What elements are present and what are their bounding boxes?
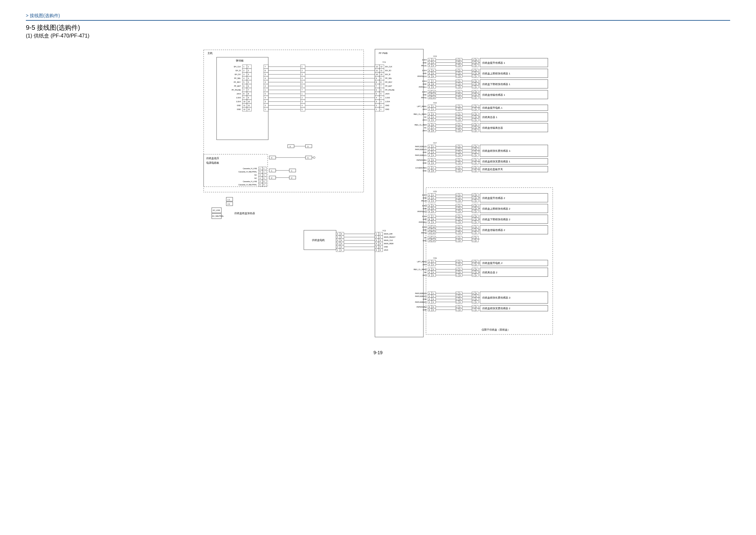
svg-text:5: 5	[433, 159, 434, 161]
svg-text:5: 5	[265, 73, 266, 75]
svg-text:1: 1	[476, 200, 477, 202]
svg-text:PFFS1: PFFS1	[421, 97, 426, 99]
svg-text:5: 5	[341, 236, 342, 238]
svg-text:2: 2	[472, 167, 473, 169]
svg-text:2: 2	[456, 197, 457, 199]
svg-text:LIFT_REM2: LIFT_REM2	[417, 261, 427, 263]
svg-text:8: 8	[433, 83, 434, 85]
svg-text:3: 3	[472, 124, 473, 126]
svg-text:1: 1	[460, 268, 461, 270]
double-cassette-note: 仅限于供纸盒（双纸盒）	[482, 328, 510, 331]
svg-text:11: 11	[248, 104, 250, 106]
svg-text:2: 2	[460, 62, 461, 64]
svg-text:5: 5	[302, 108, 303, 110]
svg-text:1: 1	[476, 154, 477, 156]
svg-text:7: 7	[429, 127, 430, 129]
svg-text:11: 11	[429, 94, 431, 96]
svg-text:2: 2	[456, 208, 457, 210]
svg-text:3: 3	[476, 70, 477, 71]
svg-text:3: 3	[460, 211, 461, 212]
svg-text:1: 1	[460, 215, 461, 217]
svg-text:供纸盒传输传感器 1: 供纸盒传输传感器 1	[482, 94, 505, 97]
svg-text:PAPLSIZE2(3): PAPLSIZE2(3)	[415, 293, 427, 294]
psu-label1: 供纸盒低压	[206, 157, 219, 160]
svg-text:5: 5	[433, 306, 434, 308]
svg-text:2: 2	[433, 197, 434, 199]
svg-text:GND: GND	[422, 298, 426, 300]
svg-text:3: 3	[302, 73, 303, 75]
svg-text:2: 2	[476, 127, 477, 129]
svg-text:EH_CLK: EH_CLK	[234, 66, 241, 68]
svg-text:2: 2	[456, 218, 457, 220]
svg-text:PF_SEL: PF_SEL	[234, 77, 240, 79]
svg-text:8: 8	[429, 218, 430, 220]
svg-text:3: 3	[472, 113, 473, 115]
svg-text:3: 3	[460, 75, 461, 77]
svg-text:1: 1	[433, 59, 434, 61]
svg-text:2: 2	[265, 104, 266, 106]
svg-text:供纸盒纸张长度传感器 1:: 供纸盒纸张长度传感器 1:	[482, 150, 511, 152]
svg-text:2: 2	[456, 62, 457, 64]
svg-text:GND: GND	[384, 246, 388, 248]
svg-text:2: 2	[472, 72, 473, 74]
ac-live-label: AC_LIVE	[213, 209, 220, 211]
svg-text:6: 6	[376, 249, 377, 251]
svg-text:供纸盒提升传感器 2: 供纸盒提升传感器 2	[482, 197, 505, 200]
svg-text:4: 4	[337, 239, 338, 241]
svg-text:4: 4	[265, 97, 266, 99]
svg-text:1: 1	[429, 293, 430, 294]
svg-text:1: 1	[456, 232, 457, 234]
svg-text:2: 2	[456, 83, 457, 85]
svg-text:REG_CL_REM: REG_CL_REM	[414, 124, 427, 126]
page-number: 9-19	[26, 350, 730, 355]
svg-text:1: 1	[472, 240, 473, 241]
svg-text:1: 1	[263, 168, 264, 169]
svg-text:5: 5	[429, 72, 430, 74]
svg-text:4: 4	[433, 154, 434, 156]
svg-text:PF_RDY: PF_RDY	[234, 81, 241, 83]
svg-text:供纸离合器 2: 供纸离合器 2	[482, 271, 498, 274]
svg-text:2: 2	[460, 229, 461, 231]
svg-text:6: 6	[433, 162, 434, 164]
svg-text:2: 2	[456, 298, 457, 300]
svg-text:7: 7	[380, 85, 381, 87]
svg-text:2  2: 2 2	[228, 203, 230, 205]
svg-text:1: 1	[472, 97, 473, 99]
svg-text:3: 3	[456, 268, 457, 270]
svg-text:REG_CL_REM1: REG_CL_REM1	[413, 113, 426, 115]
svg-text:6: 6	[429, 75, 430, 77]
svg-text:9: 9	[433, 86, 434, 88]
svg-text:2: 2	[476, 167, 477, 169]
svg-text:11: 11	[433, 229, 435, 231]
svg-text:12: 12	[243, 108, 245, 110]
svg-text:4: 4	[476, 293, 477, 294]
svg-text:供纸盒上部纸张传感器 1: 供纸盒上部纸张传感器 1	[482, 72, 510, 75]
svg-text:PF_SEL: PF_SEL	[385, 77, 392, 79]
svg-text:3: 3	[476, 268, 477, 270]
svg-text:4: 4	[380, 97, 381, 99]
mid-connectors: 123456712345	[268, 65, 375, 111]
svg-text:2: 2	[271, 177, 272, 179]
svg-text:1: 1	[456, 211, 457, 212]
svg-text:GND: GND	[422, 152, 426, 153]
svg-text:1: 1	[380, 108, 381, 110]
svg-text:MAIN_DIR: MAIN_DIR	[384, 233, 392, 235]
svg-text:3: 3	[380, 100, 381, 102]
svg-text:PF_PAUSE: PF_PAUSE	[231, 89, 241, 91]
svg-text:2: 2	[380, 236, 381, 238]
svg-text:1: 1	[472, 221, 473, 223]
svg-text:PAPWSIZE2: PAPWSIZE2	[416, 306, 426, 308]
svg-text:NC: NC	[255, 174, 257, 176]
svg-text:6: 6	[429, 211, 430, 212]
svg-text:1: 1	[472, 211, 473, 212]
svg-text:供纸离合器 1: 供纸离合器 1	[482, 116, 498, 119]
svg-text:13: 13	[433, 237, 435, 239]
yc4-sensors: LIFT_REM111212224V4221211供纸盒提升电机 1REG_CL…	[413, 105, 548, 132]
svg-text:5: 5	[263, 181, 264, 183]
svg-text:1: 1	[460, 226, 461, 228]
svg-text:3: 3	[456, 113, 457, 115]
svg-text:8: 8	[429, 130, 430, 132]
svg-text:3: 3	[460, 221, 461, 223]
svg-text:9: 9	[376, 77, 377, 79]
svg-text:4: 4	[376, 242, 377, 244]
